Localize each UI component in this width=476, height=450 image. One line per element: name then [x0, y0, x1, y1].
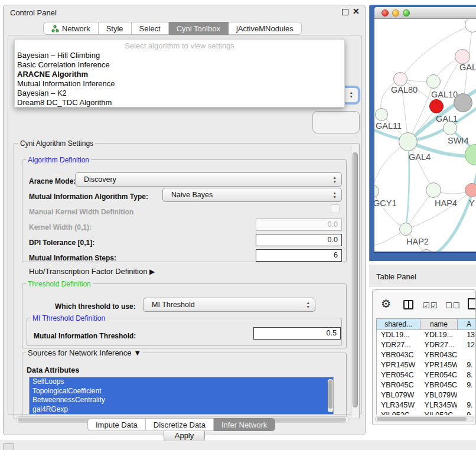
- gear-icon[interactable]: ⚙: [381, 297, 391, 311]
- dpi-tolerance-field[interactable]: 0.0: [256, 234, 342, 246]
- cyni-bottom-tabbar: Impute Data Discretize Data Infer Networ…: [87, 418, 275, 431]
- manual-kernel-label: Manual Kernel Width Definition: [29, 208, 133, 216]
- table-cell: YBR045C: [420, 380, 458, 390]
- group-title: Threshold Definition: [26, 280, 93, 288]
- table-horizontal-scrollbar[interactable]: [375, 416, 474, 422]
- algorithm-option[interactable]: Basic Correlation Inference: [15, 60, 344, 70]
- tab-select[interactable]: Select: [132, 22, 169, 35]
- tab-style[interactable]: Style: [99, 22, 132, 35]
- table-row[interactable]: YDR27...YDR27...12: [377, 340, 476, 350]
- tab-impute-data[interactable]: Impute Data: [87, 418, 146, 431]
- network-node-gal1[interactable]: [429, 99, 444, 113]
- table-cell: 13: [457, 330, 476, 340]
- table-cell: YPR145W: [420, 360, 458, 370]
- table-header: shared... name A: [376, 318, 476, 330]
- close-icon[interactable]: ✕: [353, 6, 360, 16]
- table-row[interactable]: YIL052CYIL052C9: [377, 410, 476, 415]
- network-node[interactable]: [454, 93, 472, 112]
- attribute-item[interactable]: gal4RGexp: [30, 405, 333, 415]
- kernel-width-field[interactable]: 0.0: [256, 219, 342, 231]
- table-cell: YLR345W: [420, 400, 458, 410]
- deselect-all-checkboxes-icon[interactable]: ☐☐: [445, 301, 460, 310]
- algorithm-option[interactable]: Dream8 DC_TDC Algorithm: [15, 98, 344, 107]
- tab-network[interactable]: Network: [43, 22, 99, 35]
- table-panel-title: Table Panel: [376, 272, 416, 281]
- attribute-item[interactable]: BetweennessCentrality: [30, 396, 333, 405]
- which-threshold-combobox[interactable]: MI Threshold ▲▼: [143, 298, 315, 312]
- node-label: GCY1: [374, 198, 397, 208]
- select-all-checkboxes-icon[interactable]: ☑☑: [423, 301, 438, 310]
- network-node-hap4[interactable]: [426, 182, 441, 198]
- mi-threshold-field[interactable]: 0.5: [253, 327, 341, 340]
- algorithm-dropdown: Select algorithm to view settings Bayesi…: [14, 39, 345, 107]
- float-window-icon[interactable]: [342, 9, 348, 15]
- status-strip: [0, 441, 476, 450]
- aracne-mode-combobox[interactable]: Discovery ▲▼: [75, 172, 342, 187]
- node-label: Y: [469, 198, 475, 208]
- sources-expander[interactable]: Sources for Network Inference ▼: [26, 348, 143, 357]
- tab-infer-network[interactable]: Infer Network: [214, 418, 275, 431]
- table-row[interactable]: YER054CYER054C8.: [377, 370, 476, 380]
- tab-cyni-toolbox[interactable]: Cyni Toolbox: [169, 22, 229, 35]
- partial-widget: [312, 111, 360, 133]
- tab-jactivemnodules[interactable]: jActiveMNodules: [229, 22, 302, 35]
- settings-vertical-scrollbar[interactable]: [351, 144, 358, 418]
- hub-expander[interactable]: Hub/Transcription Factor Definition ▶: [29, 267, 155, 276]
- mi-type-combobox[interactable]: Naive Bayes ▲▼: [162, 188, 342, 202]
- node-label: GAL10: [431, 90, 458, 99]
- network-node-gal4[interactable]: [399, 132, 418, 151]
- algorithm-option[interactable]: Bayesian – Hill Climbing: [15, 51, 344, 60]
- algorithm-option[interactable]: Mutual Information Inference: [15, 79, 344, 89]
- expander-collapsed-icon: ▶: [149, 268, 155, 276]
- network-canvas[interactable]: GALGAL80GAL10GAL1GAL11SWI4GAL4GCY1HAP4YH…: [374, 19, 476, 252]
- attribute-item[interactable]: SelfLoops: [30, 377, 333, 387]
- table-panel-header: Table Panel: [369, 265, 476, 287]
- column-header-name[interactable]: name: [420, 319, 457, 330]
- data-attributes-label: Data Attributes: [27, 366, 79, 374]
- node-label: GAL4: [409, 152, 431, 162]
- close-traffic-light-icon[interactable]: [382, 9, 389, 17]
- table-row[interactable]: YLR345WYLR345W9.: [377, 400, 476, 410]
- table-cell: 12: [457, 340, 476, 350]
- minimize-traffic-light-icon[interactable]: [392, 9, 399, 17]
- algorithm-option[interactable]: ARACNE Algorithm: [15, 70, 344, 79]
- column-header-shared-name[interactable]: shared...: [376, 319, 420, 330]
- dpi-tolerance-label: DPI Tolerance [0,1]:: [29, 239, 94, 247]
- network-node-y[interactable]: [465, 183, 476, 197]
- table-cell: 8.: [457, 370, 476, 380]
- table-cell: 9.: [457, 400, 476, 410]
- document-icon[interactable]: [468, 298, 476, 309]
- group-title: Cyni Algorithm Settings: [18, 139, 95, 148]
- mi-steps-label: Mutual Information Steps:: [29, 254, 116, 262]
- mi-steps-field[interactable]: 6: [256, 249, 342, 262]
- table-row[interactable]: YPR145WYPR145W9.: [377, 360, 476, 370]
- data-attributes-list[interactable]: SelfLoopsTopologicalCoefficientBetweenne…: [29, 377, 334, 415]
- manual-kernel-checkbox[interactable]: [331, 204, 340, 213]
- algorithm-option[interactable]: Bayesian – K2: [15, 89, 344, 98]
- network-node-swi4[interactable]: [443, 121, 457, 135]
- corner-button[interactable]: [4, 444, 14, 450]
- list-scrollbar[interactable]: [328, 379, 333, 412]
- tab-discretize-data[interactable]: Discretize Data: [146, 418, 214, 431]
- zoom-traffic-light-icon[interactable]: [403, 9, 410, 17]
- control-panel-window: Control Panel ✕ Network Style Select Cyn…: [3, 5, 366, 435]
- table-row[interactable]: YBR045CYBR045C9.: [377, 380, 476, 390]
- network-node-gal80[interactable]: [393, 72, 407, 86]
- table-cell: YER054C: [420, 370, 458, 380]
- table-cell: YBL079W: [420, 390, 458, 400]
- attribute-item[interactable]: TopologicalCoefficient: [30, 387, 333, 396]
- columns-icon[interactable]: [403, 300, 413, 309]
- kernel-width-label: Kernel Width (0,1):: [29, 223, 92, 231]
- table-cell: YBR043C: [420, 350, 458, 360]
- network-node-gal11[interactable]: [375, 108, 388, 121]
- table-row[interactable]: YBR043CYBR043C: [377, 350, 476, 360]
- table-row[interactable]: YBL079WYBL079W: [377, 390, 476, 400]
- column-header-partial[interactable]: A: [457, 319, 476, 330]
- node-label: HAP2: [406, 237, 429, 246]
- network-window-titlebar[interactable]: [374, 7, 476, 19]
- network-node-hap2[interactable]: [399, 223, 412, 236]
- network-node-gal10[interactable]: [426, 74, 441, 89]
- table-cell: YIL052C: [377, 410, 420, 415]
- table-cell: [457, 390, 476, 400]
- table-row[interactable]: YDL19...YDL19...13: [377, 330, 476, 340]
